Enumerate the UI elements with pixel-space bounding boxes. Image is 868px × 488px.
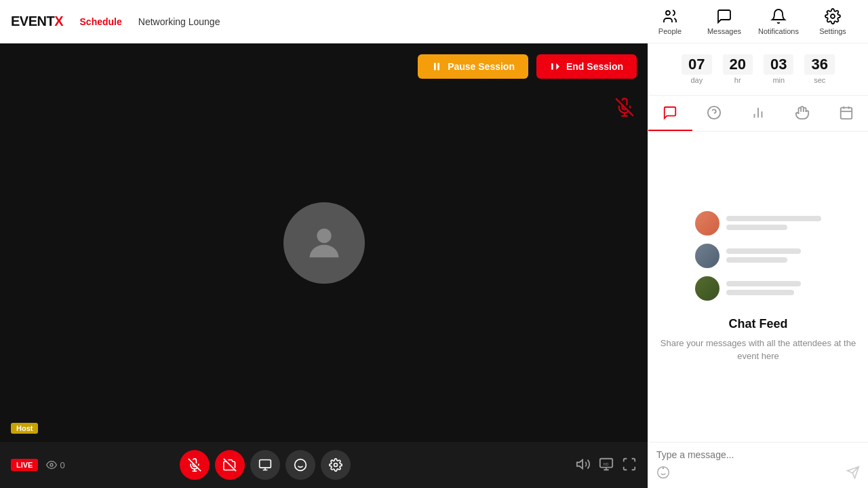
timer-day-label: day [682, 76, 711, 84]
timer-bar: 07 day 20 hr 03 min 36 sec [648, 43, 868, 96]
poll-tab-icon [751, 105, 766, 120]
msg-avatar-2 [695, 244, 719, 268]
quality-icon: HD [599, 457, 614, 472]
svg-point-0 [666, 11, 670, 15]
timer-day-value: 07 [682, 54, 711, 75]
input-actions [656, 466, 860, 481]
svg-line-13 [224, 459, 236, 471]
main-layout: Pause Session End Session [0, 43, 868, 488]
timer-min-value: 03 [764, 54, 793, 75]
logo: EVENTX [11, 14, 64, 29]
msg-avatar-3 [695, 276, 719, 301]
gear-icon [329, 458, 342, 472]
settings-icon [825, 8, 841, 24]
person-icon [302, 221, 346, 265]
msg-line-2b [726, 257, 787, 263]
mic-muted-indicator [615, 98, 637, 119]
msg-preview-3 [695, 276, 821, 301]
camera-off-icon [223, 458, 237, 472]
timer-sec-unit: 36 sec [804, 54, 834, 84]
pause-icon [431, 61, 442, 72]
fullscreen-icon [622, 457, 637, 472]
msg-lines-3 [726, 281, 801, 295]
msg-line-3b [726, 290, 794, 295]
control-buttons [180, 450, 351, 480]
chat-feed-title: Chat Feed [728, 317, 787, 331]
message-input-area [648, 442, 868, 488]
header-icon-notifications[interactable]: Notifications [754, 3, 803, 41]
svg-rect-2 [434, 63, 436, 71]
chat-area: Chat Feed Share your messages with all t… [648, 132, 868, 442]
svg-marker-19 [577, 459, 583, 468]
send-button[interactable] [846, 466, 860, 481]
header-icon-people[interactable]: People [646, 3, 694, 41]
tab-raise-hand[interactable] [780, 96, 824, 131]
chat-placeholder: Chat Feed Share your messages with all t… [659, 143, 857, 431]
svg-text:HD: HD [603, 462, 608, 466]
volume-button[interactable] [576, 457, 591, 474]
video-content [0, 43, 648, 442]
eye-icon [46, 459, 57, 470]
nav-links: Schedule Networking Lounge [80, 16, 646, 27]
video-toolbar: Pause Session End Session [0, 43, 648, 90]
message-input[interactable] [656, 449, 860, 460]
settings-label: Settings [819, 27, 846, 35]
msg-lines-1 [726, 216, 821, 230]
logo-x-text: X [54, 14, 63, 29]
svg-rect-27 [840, 108, 852, 119]
mic-off-icon [188, 458, 201, 472]
msg-lines-2 [726, 248, 801, 263]
video-area: Pause Session End Session [0, 43, 648, 488]
live-badge: LIVE [11, 459, 38, 471]
svg-point-1 [831, 14, 835, 18]
host-badge: Host [11, 423, 38, 434]
people-label: People [658, 27, 682, 35]
tab-poll[interactable] [736, 96, 781, 131]
msg-line-1b [726, 225, 787, 230]
header-icon-settings[interactable]: Settings [808, 3, 857, 41]
timer-hr-unit: 20 hr [723, 54, 753, 84]
header-icons: People Messages Notifications Settings [646, 3, 857, 41]
svg-point-15 [295, 459, 307, 471]
fullscreen-button[interactable] [622, 457, 637, 474]
tab-agenda[interactable] [824, 96, 868, 131]
viewer-number: 0 [60, 460, 64, 470]
agenda-tab-icon [839, 105, 854, 120]
quality-button[interactable]: HD [599, 457, 614, 474]
viewer-count: 0 [46, 459, 64, 470]
qa-tab-icon [707, 105, 722, 120]
reaction-button[interactable] [285, 450, 315, 480]
end-session-button[interactable]: End Session [536, 54, 637, 79]
svg-point-8 [317, 228, 331, 242]
nav-networking[interactable]: Networking Lounge [138, 16, 220, 27]
tab-chat[interactable] [648, 96, 692, 131]
camera-toggle-button[interactable] [215, 450, 245, 480]
mic-toggle-button[interactable] [180, 450, 210, 480]
right-panel: 07 day 20 hr 03 min 36 sec [648, 43, 868, 488]
msg-line-1a [726, 216, 821, 221]
share-screen-button[interactable] [250, 450, 280, 480]
header-icon-messages[interactable]: Messages [700, 3, 749, 41]
messages-label: Messages [707, 27, 741, 35]
tab-qa[interactable] [692, 96, 736, 131]
timer-hr-label: hr [723, 76, 753, 84]
nav-schedule[interactable]: Schedule [80, 16, 122, 27]
presenter-avatar [283, 202, 365, 284]
chat-feed-subtitle: Share your messages with all the attende… [659, 337, 857, 363]
msg-preview-1 [695, 211, 821, 236]
pause-session-button[interactable]: Pause Session [418, 54, 528, 79]
timer-min-unit: 03 min [764, 54, 793, 84]
emoji-button[interactable] [656, 466, 670, 481]
session-settings-button[interactable] [321, 450, 351, 480]
mic-muted-icon [615, 98, 634, 117]
svg-point-18 [334, 464, 338, 467]
svg-rect-4 [551, 63, 553, 69]
send-icon [846, 466, 860, 479]
share-screen-icon [258, 458, 272, 472]
end-label: End Session [566, 61, 623, 72]
timer-min-label: min [764, 76, 793, 84]
timer-sec-label: sec [804, 76, 834, 84]
timer-sec-value: 36 [804, 54, 834, 75]
pause-label: Pause Session [448, 61, 515, 72]
timer-day-unit: 07 day [682, 54, 711, 84]
